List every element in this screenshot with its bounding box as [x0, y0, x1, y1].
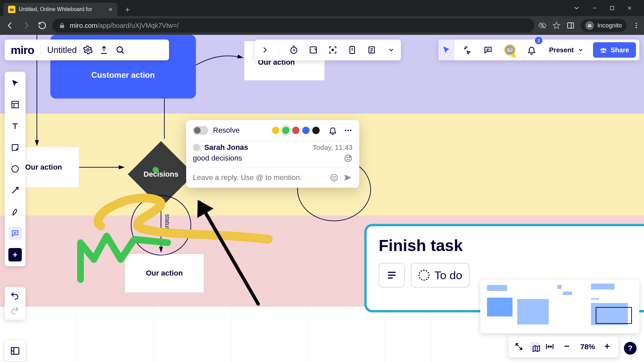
color-dot-blue[interactable] [302, 127, 310, 134]
frames-panel-button[interactable] [5, 341, 25, 361]
search-icon[interactable] [115, 45, 125, 55]
select-tool[interactable] [8, 76, 22, 90]
svg-point-21 [332, 49, 334, 51]
svg-rect-0 [610, 6, 614, 10]
templates-tool[interactable] [8, 98, 22, 111]
color-dot-green[interactable] [282, 127, 289, 134]
line-tool[interactable] [8, 184, 22, 197]
user-avatar[interactable]: SJ [501, 40, 519, 60]
export-icon[interactable] [99, 45, 109, 55]
svg-point-14 [331, 174, 337, 181]
timer-icon[interactable] [289, 45, 299, 55]
kebab-menu-icon[interactable] [633, 22, 640, 29]
svg-point-17 [87, 49, 89, 51]
left-toolbar [5, 72, 25, 266]
task-description-button[interactable] [379, 263, 405, 288]
bell-icon[interactable] [328, 126, 337, 135]
estimation-icon[interactable] [347, 45, 357, 55]
forward-button[interactable] [20, 19, 32, 32]
url-input[interactable]: miro.com/app/board/uXjVMqk7Vtw=/ [52, 18, 534, 33]
status-spinner-icon [418, 269, 430, 281]
chevron-down-icon[interactable] [386, 45, 396, 55]
cursor-tool[interactable] [438, 40, 454, 60]
help-button[interactable]: ? [624, 342, 637, 355]
focus-mode-icon[interactable] [328, 45, 338, 55]
color-dot-yellow[interactable] [272, 127, 279, 134]
notification-count: 2 [535, 37, 542, 44]
minimap-toggle[interactable] [530, 342, 539, 352]
fit-width-icon[interactable] [545, 342, 555, 352]
add-reaction-icon[interactable] [344, 154, 353, 163]
browser-tab[interactable]: m Untitled, Online Whiteboard for ✕ [3, 3, 117, 16]
comment-popover: Resolve Sarah Jonas Today, 11:43 [186, 120, 359, 188]
svg-point-16 [335, 177, 335, 177]
more-icon[interactable] [344, 126, 353, 135]
svg-point-15 [333, 177, 333, 177]
avatar [193, 144, 200, 151]
comment-color-picker [272, 127, 320, 134]
new-tab-button[interactable]: ＋ [121, 3, 133, 15]
reply-input[interactable] [193, 173, 325, 182]
comment-pin[interactable] [153, 167, 159, 173]
color-dot-red[interactable] [292, 127, 300, 134]
redo-button[interactable] [10, 306, 20, 316]
task-status-button[interactable]: To do [411, 263, 470, 288]
note-icon[interactable] [367, 45, 377, 55]
maximize-icon[interactable] [609, 5, 615, 11]
incognito-indicator[interactable]: Incognito [581, 19, 627, 32]
drawn-arrow[interactable] [197, 200, 261, 306]
sticky-tool[interactable] [8, 141, 22, 154]
svg-point-5 [636, 23, 637, 24]
undo-button[interactable] [10, 291, 20, 301]
tab-overflow-button[interactable] [573, 4, 580, 12]
browser-address-bar: miro.com/app/board/uXjVMqk7Vtw=/ Incogni… [0, 16, 644, 35]
chat-button[interactable] [480, 40, 496, 60]
emoji-icon[interactable] [330, 173, 338, 182]
svg-point-9 [347, 130, 349, 131]
zoom-in-button[interactable] [603, 342, 612, 352]
close-icon[interactable]: ✕ [108, 6, 113, 13]
fullscreen-icon[interactable] [515, 342, 524, 352]
chevron-right-icon[interactable] [260, 45, 270, 55]
pen-tool[interactable] [8, 205, 22, 219]
svg-point-25 [12, 166, 18, 172]
back-button[interactable] [4, 19, 16, 32]
board-title[interactable]: Untitled [40, 45, 77, 55]
svg-point-13 [349, 157, 350, 158]
window-controls [573, 0, 644, 16]
collab-toolbar [255, 40, 401, 60]
zoom-out-button[interactable] [563, 342, 572, 352]
eye-off-icon[interactable] [538, 21, 546, 29]
miro-logo[interactable]: miro [11, 44, 34, 57]
svg-point-4 [590, 25, 591, 27]
comment-tool[interactable] [8, 227, 22, 240]
shape-circle[interactable] [131, 195, 191, 255]
share-button[interactable]: Share [593, 42, 636, 58]
incognito-label: Incognito [597, 22, 622, 29]
zoom-toolbar: 78% [508, 337, 619, 357]
voting-icon[interactable] [308, 45, 318, 55]
resolve-toggle[interactable] [193, 126, 208, 135]
reload-button[interactable] [36, 19, 48, 32]
bookmark-star-icon[interactable] [552, 21, 560, 29]
task-title: Finish task [379, 236, 632, 255]
url-text: miro.com/app/board/uXjVMqk7Vtw=/ [70, 22, 179, 29]
zoom-level[interactable]: 78% [580, 343, 595, 351]
color-dot-black[interactable] [312, 127, 320, 134]
shape-our-action[interactable]: Our action [125, 254, 204, 293]
svg-point-8 [345, 130, 346, 131]
shape-tool[interactable] [8, 162, 22, 176]
close-window-icon[interactable] [627, 5, 633, 11]
minimize-icon[interactable] [592, 5, 598, 11]
present-button[interactable]: Present [544, 40, 588, 60]
text-tool[interactable] [8, 119, 22, 133]
notifications-button[interactable]: 2 [524, 40, 540, 60]
side-panel-icon[interactable] [567, 21, 575, 29]
minimap[interactable] [480, 280, 639, 333]
settings-icon[interactable] [83, 45, 93, 55]
add-tool[interactable] [8, 248, 22, 261]
reactions-button[interactable] [459, 40, 475, 60]
send-icon[interactable] [343, 173, 353, 182]
miro-canvas-viewport[interactable]: status status Customer action Our action… [0, 35, 644, 362]
shape-our-action[interactable]: Our action [21, 147, 79, 188]
